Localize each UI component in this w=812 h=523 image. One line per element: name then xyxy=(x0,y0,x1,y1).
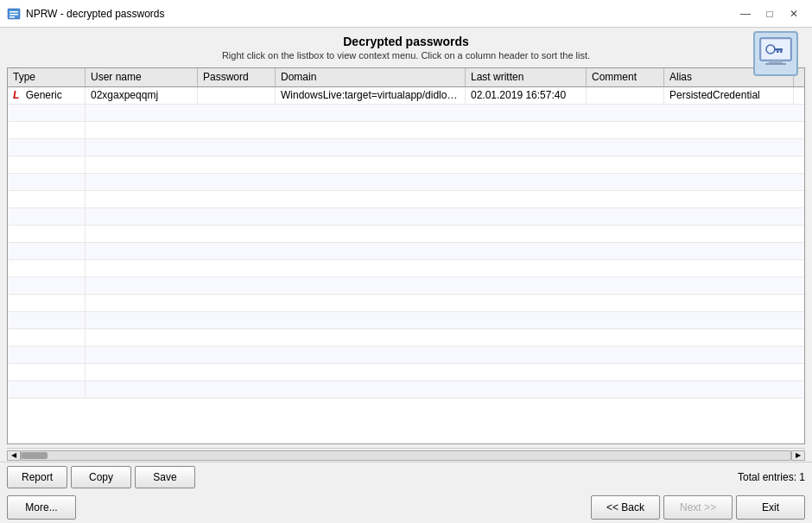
col-header-lastwritten[interactable]: Last written xyxy=(466,68,587,86)
col-header-username[interactable]: User name xyxy=(86,68,198,86)
type-icon: L xyxy=(13,89,19,101)
cell-domain: WindowsLive:target=virtualapp/didlogical xyxy=(276,87,466,104)
titlebar: NPRW - decrypted passwords — □ ✕ xyxy=(0,0,812,28)
cell-alias: PersistedCredential xyxy=(664,87,794,104)
report-button[interactable]: Report xyxy=(7,466,67,488)
header-subtitle: Right click on the listbox to view conte… xyxy=(14,50,798,61)
col-header-type[interactable]: Type xyxy=(8,68,86,86)
svg-rect-10 xyxy=(780,51,783,54)
more-button[interactable]: More... xyxy=(7,495,76,520)
table-row xyxy=(8,243,804,260)
table-row xyxy=(8,226,804,243)
svg-rect-3 xyxy=(10,16,15,18)
table-row xyxy=(8,174,804,191)
cell-comment xyxy=(587,87,664,104)
table-row xyxy=(8,105,804,122)
header-text: Decrypted passwords Right click on the l… xyxy=(14,35,798,61)
cell-password xyxy=(198,87,276,104)
table-row xyxy=(8,139,804,156)
table-row xyxy=(8,347,804,364)
col-header-comment[interactable]: Comment xyxy=(587,68,664,86)
password-table[interactable]: Type User name Password Domain Last writ… xyxy=(7,67,805,444)
table-row xyxy=(8,364,804,381)
maximize-button[interactable]: □ xyxy=(758,4,781,23)
table-row xyxy=(8,260,804,277)
app-icon xyxy=(7,7,21,21)
table-row xyxy=(8,312,804,329)
svg-rect-7 xyxy=(765,63,786,65)
nav-center: << Back Next >> Exit xyxy=(79,495,805,520)
header-area: Decrypted passwords Right click on the l… xyxy=(0,28,812,64)
copy-button[interactable]: Copy xyxy=(71,466,131,488)
cell-username: 02xgaxpeqqmj xyxy=(86,87,198,104)
col-header-password[interactable]: Password xyxy=(198,68,276,86)
scrollbar-thumb[interactable] xyxy=(22,452,48,459)
minimize-button[interactable]: — xyxy=(734,4,757,23)
table-row xyxy=(8,122,804,139)
table-row xyxy=(8,191,804,208)
window-title: NPRW - decrypted passwords xyxy=(26,8,734,20)
total-entries: Total entries: 1 xyxy=(738,471,805,483)
table-row[interactable]: L Generic 02xgaxpeqqmj WindowsLive:targe… xyxy=(8,87,804,105)
table-row xyxy=(8,295,804,312)
horizontal-scrollbar[interactable]: ◀ ▶ xyxy=(7,448,805,462)
close-button[interactable]: ✕ xyxy=(783,4,805,23)
svg-rect-6 xyxy=(769,61,783,63)
svg-rect-11 xyxy=(777,51,779,54)
scroll-left-arrow[interactable]: ◀ xyxy=(7,450,21,461)
table-row xyxy=(8,156,804,174)
navigation-bar: More... << Back Next >> Exit xyxy=(0,492,812,523)
back-button[interactable]: << Back xyxy=(591,495,660,520)
table-row xyxy=(8,277,804,295)
svg-rect-2 xyxy=(10,14,18,16)
table-row xyxy=(8,329,804,347)
type-value: Generic xyxy=(26,89,62,101)
cell-type: L Generic xyxy=(8,87,86,104)
svg-rect-9 xyxy=(774,48,783,51)
cell-lastwritten: 02.01.2019 16:57:40 xyxy=(466,87,587,104)
header-title: Decrypted passwords xyxy=(14,35,798,48)
header-icon xyxy=(753,31,798,76)
window-controls: — □ ✕ xyxy=(734,4,805,23)
col-header-domain[interactable]: Domain xyxy=(276,68,466,86)
table-row xyxy=(8,208,804,226)
bottom-action-bar: Report Copy Save Total entries: 1 xyxy=(0,462,812,492)
scrollbar-track[interactable] xyxy=(21,450,791,461)
scroll-right-arrow[interactable]: ▶ xyxy=(791,450,805,461)
next-button[interactable]: Next >> xyxy=(663,495,733,520)
main-content: Decrypted passwords Right click on the l… xyxy=(0,28,812,523)
svg-rect-1 xyxy=(10,11,18,13)
table-body[interactable]: L Generic 02xgaxpeqqmj WindowsLive:targe… xyxy=(8,87,804,443)
save-button[interactable]: Save xyxy=(135,466,195,488)
table-header: Type User name Password Domain Last writ… xyxy=(8,68,804,87)
exit-button[interactable]: Exit xyxy=(736,495,805,520)
table-row xyxy=(8,381,804,399)
